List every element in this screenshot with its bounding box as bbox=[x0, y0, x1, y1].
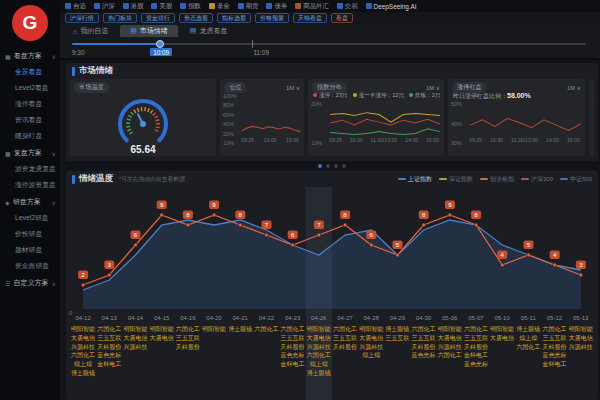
market-tab[interactable]: 港股 bbox=[123, 2, 144, 11]
stock-name[interactable]: 大唐电信 bbox=[306, 334, 332, 343]
market-tab[interactable]: 自选 bbox=[65, 2, 86, 11]
stock-name[interactable]: 明阳智能 bbox=[122, 325, 148, 334]
stock-name[interactable]: 博士眼镜 bbox=[70, 369, 96, 378]
stock-name[interactable]: 金杯电工 bbox=[541, 360, 567, 369]
stock-name[interactable]: 天科股份 bbox=[175, 343, 201, 352]
sidebar-item[interactable]: 全景看盘 bbox=[0, 64, 60, 80]
date-cell[interactable]: 04-26 bbox=[306, 313, 332, 323]
view-tab[interactable]: ⌂我的自选 bbox=[63, 25, 118, 37]
stock-name[interactable]: 明阳智能 bbox=[201, 325, 227, 334]
sidebar-item[interactable]: Level2研盘 bbox=[0, 210, 60, 226]
tool-button[interactable]: 资金排行 bbox=[141, 13, 175, 23]
period-dropdown[interactable]: 1M ∨ bbox=[426, 85, 440, 91]
stock-name[interactable]: 兴源科技 bbox=[437, 343, 463, 352]
sidebar-item[interactable]: 涨停游资复盘 bbox=[0, 177, 60, 193]
sidebar-item[interactable]: 资金面研盘 bbox=[0, 258, 60, 274]
market-tab[interactable]: 交易 bbox=[337, 2, 358, 11]
stock-name[interactable]: 煌上煌 bbox=[358, 351, 384, 360]
time-slider-track[interactable] bbox=[72, 43, 586, 45]
date-cell[interactable]: 05-13 bbox=[568, 313, 594, 323]
pagination-dot[interactable] bbox=[334, 164, 338, 168]
stock-name[interactable]: 明阳智能 bbox=[358, 325, 384, 334]
chart-legend-item[interactable]: 深证指数 bbox=[439, 175, 473, 184]
tool-button[interactable]: 价格预警 bbox=[255, 13, 289, 23]
stock-name[interactable]: 煌上煌 bbox=[306, 360, 332, 369]
date-cell[interactable]: 05-11 bbox=[515, 313, 541, 323]
stock-name[interactable]: 三五互联 bbox=[410, 334, 436, 343]
stock-name[interactable]: 六国化工 bbox=[70, 351, 96, 360]
stock-name[interactable]: 金杯电工 bbox=[280, 360, 306, 369]
stock-name[interactable]: 明阳智能 bbox=[70, 325, 96, 334]
date-cell[interactable]: 05-07 bbox=[463, 313, 489, 323]
stock-name[interactable]: 天科股份 bbox=[280, 343, 306, 352]
date-cell[interactable]: 04-14 bbox=[122, 313, 148, 323]
date-cell[interactable]: 05-12 bbox=[541, 313, 567, 323]
stock-name[interactable]: 三五互联 bbox=[280, 334, 306, 343]
sidebar-item[interactable]: Level2看盘 bbox=[0, 80, 60, 96]
tool-button[interactable]: 热门板块 bbox=[103, 13, 137, 23]
stock-name[interactable]: 蓝色光标 bbox=[96, 351, 122, 360]
sidebar-item[interactable]: 资讯看盘 bbox=[0, 112, 60, 128]
stock-name[interactable]: 六国化工 bbox=[410, 325, 436, 334]
date-cell[interactable]: 05-10 bbox=[489, 313, 515, 323]
period-dropdown[interactable]: 1M ∨ bbox=[286, 85, 300, 91]
stock-name[interactable]: 天科股份 bbox=[463, 343, 489, 352]
stock-name[interactable]: 兴源科技 bbox=[358, 343, 384, 352]
stock-name[interactable]: 三五互联 bbox=[175, 334, 201, 343]
stock-name[interactable]: 六国化工 bbox=[175, 325, 201, 334]
chart-legend-item[interactable]: 创业板指 bbox=[480, 175, 514, 184]
pagination-dot[interactable] bbox=[342, 164, 346, 168]
stock-name[interactable]: 大唐电信 bbox=[149, 334, 175, 343]
stock-name[interactable]: 明阳智能 bbox=[306, 325, 332, 334]
stock-name[interactable]: 三五互联 bbox=[541, 334, 567, 343]
tool-button[interactable]: 指标选股 bbox=[217, 13, 251, 23]
date-cell[interactable]: 05-06 bbox=[437, 313, 463, 323]
app-logo[interactable]: G bbox=[12, 5, 48, 41]
chart-legend-item[interactable]: 上证指数 bbox=[398, 175, 432, 184]
date-cell[interactable]: 04-27 bbox=[332, 313, 358, 323]
view-tab[interactable]: ▤市场情绪 bbox=[120, 25, 178, 37]
sidebar-item[interactable]: 随身盯盘 bbox=[0, 128, 60, 144]
date-cell[interactable]: 04-20 bbox=[201, 313, 227, 323]
date-cell[interactable]: 04-12 bbox=[70, 313, 96, 323]
stock-name[interactable]: 天科股份 bbox=[410, 343, 436, 352]
stock-name[interactable]: 兴源科技 bbox=[122, 343, 148, 352]
stock-name[interactable]: 三五互联 bbox=[384, 334, 410, 343]
stock-name[interactable]: 六国化工 bbox=[96, 325, 122, 334]
tool-button[interactable]: 看盘 bbox=[331, 13, 353, 23]
stock-name[interactable]: 金杯电工 bbox=[96, 360, 122, 369]
stock-name[interactable]: 博士眼镜 bbox=[227, 325, 253, 334]
date-cell[interactable]: 04-29 bbox=[384, 313, 410, 323]
date-cell[interactable]: 04-30 bbox=[410, 313, 436, 323]
date-cell[interactable]: 04-13 bbox=[96, 313, 122, 323]
sidebar-item[interactable]: 题材研盘 bbox=[0, 242, 60, 258]
sidebar-item[interactable]: 游资龙虎复盘 bbox=[0, 161, 60, 177]
brand-tab[interactable]: DeepSeeing.AI bbox=[366, 3, 417, 10]
market-tab[interactable]: 美股 bbox=[151, 2, 172, 11]
sidebar-item[interactable]: 价投研盘 bbox=[0, 226, 60, 242]
stock-name[interactable]: 明阳智能 bbox=[149, 325, 175, 334]
date-cell[interactable]: 04-28 bbox=[358, 313, 384, 323]
sidebar-section-header[interactable]: ◈研盘方案∨ bbox=[0, 193, 60, 210]
stock-name[interactable]: 蓝色光标 bbox=[463, 360, 489, 369]
stock-name[interactable]: 明阳智能 bbox=[568, 325, 594, 334]
period-dropdown[interactable]: 1M ∨ bbox=[567, 85, 581, 91]
tool-button[interactable]: 沪深行情 bbox=[65, 13, 99, 23]
stock-name[interactable]: 蓝色光标 bbox=[541, 351, 567, 360]
stock-name[interactable]: 六国化工 bbox=[306, 351, 332, 360]
sidebar-section-header[interactable]: ▦看盘方案∨ bbox=[0, 47, 60, 64]
stock-name[interactable]: 大唐电信 bbox=[568, 334, 594, 343]
chart-legend-item[interactable]: 沪深300 bbox=[521, 175, 553, 184]
stock-name[interactable]: 六国化工 bbox=[541, 325, 567, 334]
stock-name[interactable]: 三五互联 bbox=[96, 334, 122, 343]
stock-name[interactable]: 三五互联 bbox=[463, 334, 489, 343]
pagination-dot[interactable] bbox=[326, 164, 330, 168]
market-tab[interactable]: 沪深 bbox=[94, 2, 115, 11]
stock-name[interactable]: 大唐电信 bbox=[489, 334, 515, 343]
stock-name[interactable]: 蓝色光标 bbox=[280, 351, 306, 360]
tool-button[interactable]: 天狼看盘 bbox=[293, 13, 327, 23]
stock-name[interactable]: 煌上煌 bbox=[515, 334, 541, 343]
market-tab[interactable]: 商品外汇 bbox=[295, 2, 329, 11]
stock-name[interactable]: 明阳智能 bbox=[437, 325, 463, 334]
stock-name[interactable]: 博士眼镜 bbox=[384, 325, 410, 334]
